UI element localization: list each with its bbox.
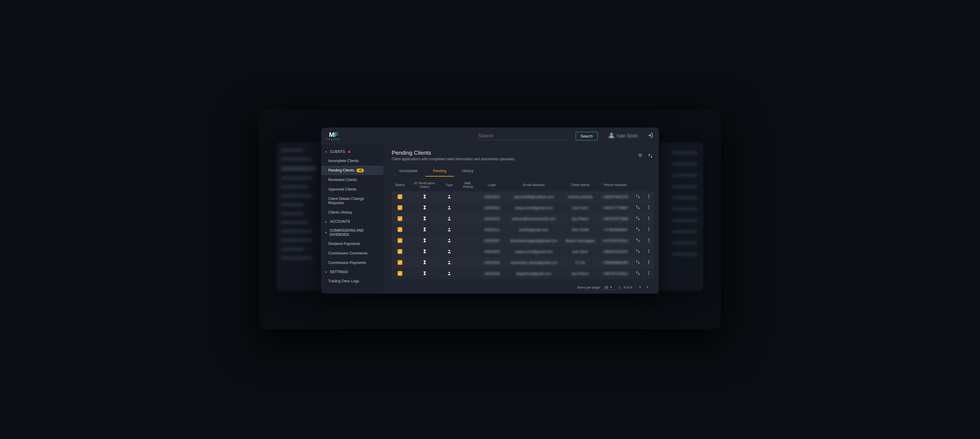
cell-aml-rating: [457, 257, 479, 268]
sidebar-item-commission-comments[interactable]: Commission Comments: [321, 248, 383, 258]
person-icon: [447, 228, 452, 232]
tab-pending[interactable]: Pending: [425, 167, 454, 177]
row-menu-icon[interactable]: [646, 196, 651, 200]
search-button[interactable]: Search: [576, 132, 598, 140]
sidebar-section-settings[interactable]: ▾ SETTINGS: [321, 267, 383, 277]
sidebar-item-label: Commission Comments: [328, 251, 368, 255]
user-chip[interactable]: Ivan Sorin: [608, 132, 638, 140]
row-move-icon[interactable]: [635, 261, 640, 266]
sidebar-item-commission-payments[interactable]: Commission Payments: [321, 258, 383, 267]
sidebar: ▾ CLIENTS Incomplete Clients Pending Cli…: [321, 144, 383, 294]
table-row[interactable]: 10002507bhavinkansagara@gmail.comBhavin …: [391, 235, 654, 246]
svg-point-28: [449, 272, 450, 273]
sidebar-item-trading-desc-logs[interactable]: Trading Desc Logs: [321, 277, 383, 286]
search-field-wrap: [478, 132, 567, 140]
table-row[interactable]: 10002502vanya.sorin@gmail.comIvan Sorin+…: [391, 202, 654, 213]
cell-aml-rating: [457, 246, 479, 257]
svg-point-6: [648, 207, 649, 208]
col-header-id-verification[interactable]: ID Verification Status: [408, 178, 441, 191]
svg-point-18: [648, 240, 649, 241]
hourglass-icon: [422, 272, 427, 277]
sort-swap-icon[interactable]: [648, 153, 653, 160]
svg-point-27: [648, 263, 649, 264]
items-per-page-value: 10: [605, 286, 608, 289]
logo-subtext: TRADER: [326, 138, 340, 140]
table-row[interactable]: 10002511jsmith@gmail.comJohn Smith+17862…: [391, 224, 654, 235]
svg-point-1: [648, 195, 649, 196]
cell-login: 10002502: [479, 202, 505, 213]
logo-letter-f: F: [334, 131, 338, 138]
cell-phone: +380979481575: [598, 191, 633, 202]
row-move-icon[interactable]: [635, 228, 640, 232]
sidebar-item-label: Incomplete Clients: [328, 159, 359, 163]
row-move-icon[interactable]: [635, 207, 640, 211]
cell-login: 10002507: [479, 235, 505, 246]
status-check-icon: [398, 194, 402, 199]
row-move-icon[interactable]: [635, 272, 640, 277]
sidebar-item-dividend-payments[interactable]: Dividend Payments: [321, 239, 383, 248]
row-move-icon[interactable]: [635, 250, 640, 254]
row-move-icon[interactable]: [635, 218, 640, 221]
col-header-aml-rating[interactable]: AML Rating: [457, 178, 479, 191]
prev-page-button[interactable]: [638, 285, 642, 290]
row-menu-icon[interactable]: [646, 272, 651, 277]
pagination: Items per page: 10 ▼ 1 - 8 of 8: [391, 282, 654, 291]
row-menu-icon[interactable]: [646, 228, 651, 232]
table-row[interactable]: 10002504sanchenko.olhan@gmail.comFs Sa+3…: [391, 257, 654, 268]
row-move-icon[interactable]: [635, 196, 640, 200]
hourglass-icon: [422, 239, 427, 243]
col-header-email[interactable]: Email Address: [505, 178, 562, 191]
person-icon: [447, 207, 452, 211]
svg-point-12: [449, 228, 450, 229]
row-menu-icon[interactable]: [646, 218, 651, 221]
sidebar-item-approved-clients[interactable]: Approved Clients: [321, 185, 383, 194]
svg-point-13: [648, 227, 649, 228]
cell-phone: +380737729887: [598, 202, 633, 213]
sidebar-item-reviewed-clients[interactable]: Reviewed Clients: [321, 175, 383, 185]
person-icon: [447, 272, 452, 277]
row-move-icon[interactable]: [635, 239, 640, 243]
cell-client-name: Ivan Sorin: [562, 246, 598, 257]
tab-incomplete[interactable]: Incomplete: [391, 167, 425, 177]
cell-aml-rating: [457, 268, 479, 279]
search-input[interactable]: [479, 133, 566, 138]
header: MF TRADER Search Ivan Sorin: [321, 128, 659, 144]
cell-phone: +380787872888: [598, 213, 633, 224]
col-header-client-name[interactable]: Client Name: [562, 178, 598, 191]
items-per-page-select[interactable]: 10 ▼: [603, 285, 614, 290]
filter-icon[interactable]: [638, 153, 643, 160]
svg-point-17: [648, 239, 649, 239]
svg-point-29: [648, 271, 649, 272]
table-row[interactable]: 10002503uatcat1096@outlook.comAndrew And…: [391, 191, 654, 202]
sidebar-section-commissions[interactable]: ▾ COMMISSIONS AND DIVIDENDS: [321, 226, 383, 239]
user-name: Ivan Sorin: [617, 133, 638, 138]
row-menu-icon[interactable]: [646, 261, 651, 266]
cell-email: bhavinkansagara@gmail.com: [505, 235, 562, 246]
sidebar-section-clients[interactable]: ▾ CLIENTS: [321, 147, 383, 156]
row-menu-icon[interactable]: [646, 207, 651, 211]
table-row[interactable]: 10002548ilyapetrov@gmail.comIlya Petrov+…: [391, 268, 654, 279]
cell-phone: +380787818812: [598, 268, 633, 279]
logout-icon[interactable]: [647, 132, 653, 140]
col-header-type[interactable]: Type: [441, 178, 458, 191]
sidebar-item-clients-history[interactable]: Clients History: [321, 208, 383, 217]
sidebar-item-pending-clients[interactable]: Pending Clients +8: [321, 165, 383, 175]
row-menu-icon[interactable]: [646, 239, 651, 243]
cell-email: vanya.sorin@gmail.com: [505, 202, 562, 213]
col-header-status[interactable]: Status: [391, 178, 408, 191]
sidebar-section-accounts[interactable]: ▸ ACCOUNTS: [321, 217, 383, 226]
sidebar-item-incomplete-clients[interactable]: Incomplete Clients: [321, 156, 383, 165]
hourglass-icon: [422, 261, 427, 266]
table-row[interactable]: 10002503vanya.sorin@gmail.comIvan Sorin+…: [391, 246, 654, 257]
tabs: Incomplete Pending History: [391, 167, 654, 177]
col-header-phone[interactable]: Phone Number: [598, 178, 633, 191]
next-page-button[interactable]: [645, 285, 650, 290]
table-row[interactable]: 10002520ipetrov@bostonunisoft.comIlya Pe…: [391, 213, 654, 224]
tab-history[interactable]: History: [454, 167, 481, 177]
cell-aml-rating: [457, 191, 479, 202]
row-menu-icon[interactable]: [646, 250, 651, 254]
sidebar-item-client-details-change-requests[interactable]: Client Details Change Requests: [321, 194, 383, 208]
app-window: MF TRADER Search Ivan Sorin: [321, 128, 659, 294]
col-header-login[interactable]: Login: [479, 178, 505, 191]
svg-point-0: [449, 195, 450, 196]
